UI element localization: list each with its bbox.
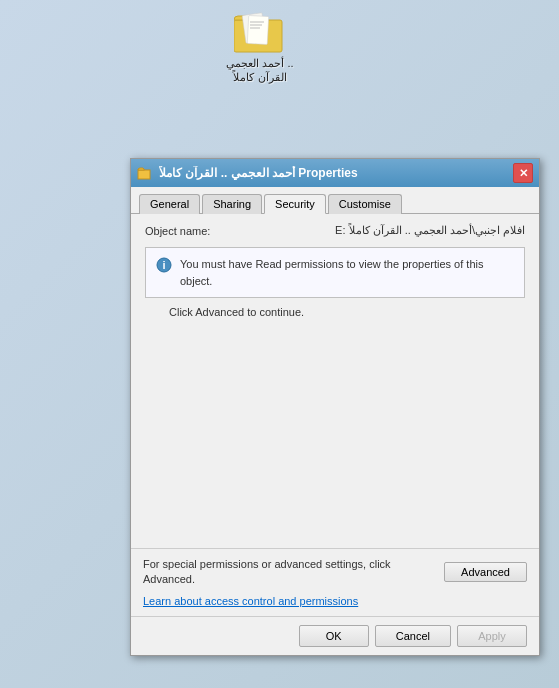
advanced-button[interactable]: Advanced bbox=[444, 562, 527, 582]
bottom-section: For special permissions or advanced sett… bbox=[131, 548, 539, 616]
desktop: أحمد العجمي .. القرآن كاملاً أحمد العجمي… bbox=[0, 0, 559, 688]
dialog-content: Object name: افلام اجنبي\أحمد العجمي .. … bbox=[131, 214, 539, 548]
info-message: You must have Read permissions to view t… bbox=[180, 256, 514, 289]
tab-security[interactable]: Security bbox=[264, 194, 326, 214]
folder-icon bbox=[234, 10, 286, 54]
tab-general[interactable]: General bbox=[139, 194, 200, 214]
apply-button[interactable]: Apply bbox=[457, 625, 527, 647]
advanced-description: For special permissions or advanced sett… bbox=[143, 557, 393, 588]
svg-rect-2 bbox=[247, 15, 268, 44]
click-advanced-text: Click Advanced to continue. bbox=[169, 306, 525, 318]
content-spacer bbox=[145, 318, 525, 538]
svg-rect-6 bbox=[138, 170, 150, 179]
advanced-row: For special permissions or advanced sett… bbox=[143, 557, 527, 588]
learn-link[interactable]: Learn about access control and permissio… bbox=[143, 595, 358, 607]
folder-label: أحمد العجمي .. القرآن كاملاً bbox=[226, 56, 293, 85]
close-button[interactable]: ✕ bbox=[513, 163, 533, 183]
object-name-label: Object name: bbox=[145, 224, 210, 237]
info-icon: i bbox=[156, 257, 172, 273]
dialog-title: أحمد العجمي .. القرآن كاملاً Properties bbox=[159, 166, 513, 180]
svg-text:i: i bbox=[162, 259, 165, 271]
object-name-value: افلام اجنبي\أحمد العجمي .. القرآن كاملاً… bbox=[218, 224, 525, 237]
ok-button[interactable]: OK bbox=[299, 625, 369, 647]
info-box: i You must have Read permissions to view… bbox=[145, 247, 525, 298]
object-name-row: Object name: افلام اجنبي\أحمد العجمي .. … bbox=[145, 224, 525, 237]
dialog-buttons: OK Cancel Apply bbox=[131, 616, 539, 655]
tabs-container: General Sharing Security Customise bbox=[131, 187, 539, 214]
title-bar[interactable]: أحمد العجمي .. القرآن كاملاً Properties … bbox=[131, 159, 539, 187]
title-bar-icon bbox=[137, 165, 153, 181]
tab-sharing[interactable]: Sharing bbox=[202, 194, 262, 214]
tab-customise[interactable]: Customise bbox=[328, 194, 402, 214]
folder-icon-wrapper[interactable]: أحمد العجمي .. القرآن كاملاً bbox=[220, 10, 300, 85]
properties-dialog: أحمد العجمي .. القرآن كاملاً Properties … bbox=[130, 158, 540, 656]
cancel-button[interactable]: Cancel bbox=[375, 625, 451, 647]
